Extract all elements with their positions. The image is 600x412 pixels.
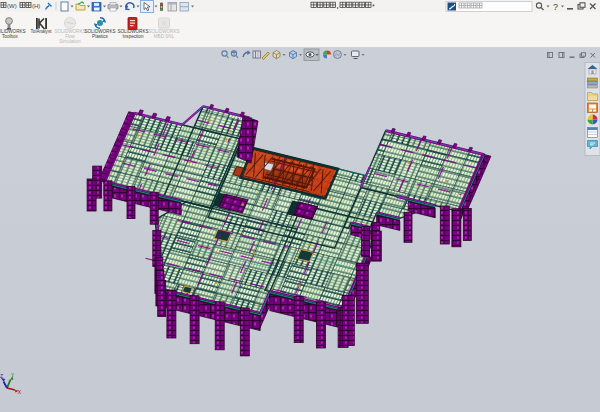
svg-text:MBD SNL: MBD SNL <box>154 34 175 39</box>
svg-text:?: ? <box>553 2 558 12</box>
svg-text:X: X <box>18 389 22 395</box>
svg-text:Inspection: Inspection <box>123 34 144 39</box>
svg-text:Z: Z <box>0 373 3 379</box>
svg-text:*: * <box>372 3 375 10</box>
svg-text:Y: Y <box>11 372 15 378</box>
svg-text:(W): (W) <box>7 3 17 9</box>
svg-text:(H): (H) <box>32 3 40 9</box>
svg-text:TolAnalyst: TolAnalyst <box>31 29 53 34</box>
svg-text:Toolbox: Toolbox <box>2 34 19 39</box>
svg-text:Plastics: Plastics <box>92 34 109 39</box>
svg-text:Simulation: Simulation <box>59 39 81 44</box>
